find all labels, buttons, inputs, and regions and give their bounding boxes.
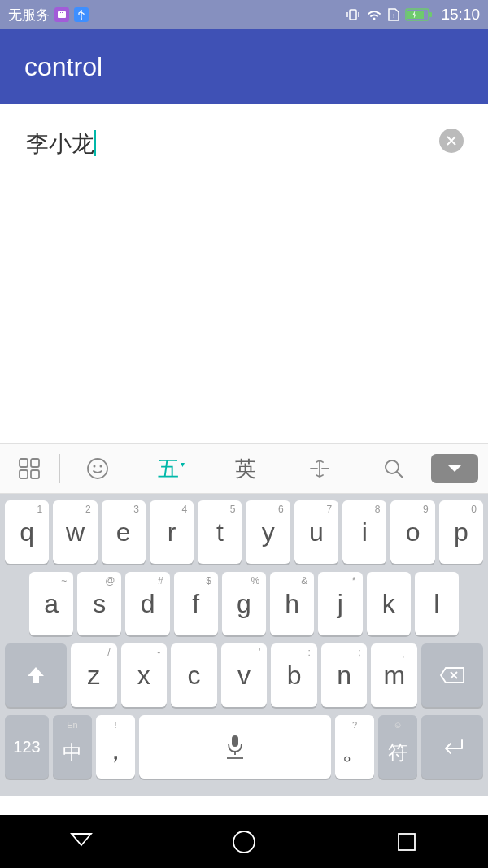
text-value: 李小龙: [26, 129, 94, 159]
battery-icon: [405, 8, 433, 21]
key-row-4: 123 En 中 ! ， ? 。 ☺ 符: [3, 715, 485, 779]
svg-point-4: [81, 18, 82, 20]
key-i[interactable]: 8i: [342, 500, 386, 564]
status-left: 无服务: [8, 6, 89, 24]
svg-point-19: [99, 465, 102, 468]
symbol-key[interactable]: ☺ 符: [378, 715, 417, 779]
svg-rect-5: [350, 10, 356, 20]
key-k[interactable]: k: [367, 572, 411, 635]
svg-point-24: [233, 831, 255, 853]
key-c[interactable]: c: [171, 643, 217, 707]
close-icon: [446, 135, 457, 146]
key-d[interactable]: #d: [125, 572, 169, 635]
keyboard-status-icon: [54, 7, 69, 22]
space-key[interactable]: [139, 715, 331, 779]
clear-button[interactable]: [439, 129, 464, 153]
enter-icon: [439, 737, 465, 757]
svg-rect-2: [60, 12, 61, 13]
key-e[interactable]: 3e: [102, 500, 146, 564]
status-right: ! 15:10: [345, 6, 480, 24]
carrier-text: 无服务: [8, 6, 50, 24]
key-p[interactable]: 0p: [439, 500, 483, 564]
key-s[interactable]: @s: [77, 572, 121, 635]
key-j[interactable]: *j: [318, 572, 362, 635]
key-z[interactable]: /z: [71, 643, 117, 707]
svg-line-21: [397, 472, 403, 478]
svg-rect-25: [399, 834, 415, 850]
key-q[interactable]: 1q: [5, 500, 49, 564]
text-input-area[interactable]: 李小龙: [0, 104, 488, 443]
key-a[interactable]: ~a: [29, 572, 73, 635]
comma-key[interactable]: ! ，: [96, 715, 135, 779]
app-header: control: [0, 29, 488, 104]
svg-point-17: [88, 459, 107, 478]
key-n[interactable]: ;n: [321, 643, 368, 707]
text-cursor: [94, 130, 96, 156]
key-g[interactable]: %g: [222, 572, 266, 635]
key-f[interactable]: $f: [174, 572, 218, 635]
key-w[interactable]: 2w: [53, 500, 97, 564]
key-l[interactable]: l: [415, 572, 459, 635]
svg-rect-3: [62, 12, 63, 13]
key-h[interactable]: &h: [270, 572, 314, 635]
enter-key[interactable]: [421, 715, 483, 779]
toolbar-emoji-icon[interactable]: [60, 444, 134, 493]
nav-recent-button[interactable]: [358, 827, 455, 857]
nav-back-icon: [67, 827, 96, 857]
key-t[interactable]: 5t: [198, 500, 242, 564]
toolbar-english[interactable]: 英: [208, 444, 282, 493]
toolbar-edit-icon[interactable]: [283, 444, 357, 493]
toolbar-collapse-button[interactable]: [431, 454, 478, 483]
svg-rect-15: [20, 470, 28, 478]
nav-home-icon: [229, 827, 259, 857]
backspace-icon: [439, 666, 465, 684]
svg-text:!: !: [393, 12, 394, 20]
toolbar-search-icon[interactable]: [357, 444, 431, 493]
time-text: 15:10: [441, 6, 480, 24]
key-row-1: 1q2w3e4r5t6y7u8i9o0p: [3, 500, 485, 564]
num-key[interactable]: 123: [5, 715, 49, 779]
language-key[interactable]: En 中: [53, 715, 92, 779]
svg-point-8: [373, 18, 376, 20]
shift-icon: [25, 665, 46, 686]
key-r[interactable]: 4r: [150, 500, 194, 564]
key-o[interactable]: 9o: [390, 500, 434, 564]
svg-point-18: [93, 465, 95, 468]
keyboard-toolbar: 五▾ 英: [0, 443, 488, 494]
sim-icon: !: [387, 7, 400, 22]
vibrate-icon: [345, 8, 361, 21]
mic-icon: [224, 734, 246, 760]
key-row-2: ~a@s#d$f%g&h*jkl: [3, 572, 485, 635]
key-m[interactable]: 、m: [371, 643, 417, 707]
key-row-3: /z-xc'v:b;n、m: [3, 643, 485, 707]
svg-rect-1: [59, 12, 59, 13]
key-y[interactable]: 6y: [246, 500, 290, 564]
keyboard: 1q2w3e4r5t6y7u8i9o0p ~a@s#d$f%g&h*jkl /z…: [0, 494, 488, 796]
key-b[interactable]: :b: [271, 643, 317, 707]
svg-rect-11: [429, 12, 432, 17]
nav-home-button[interactable]: [195, 827, 293, 857]
wifi-icon: [366, 8, 382, 21]
period-key[interactable]: ? 。: [335, 715, 374, 779]
toolbar-input-method[interactable]: 五▾: [134, 444, 208, 493]
chevron-down-icon: [447, 464, 463, 473]
nav-bar: [0, 815, 488, 868]
svg-rect-16: [31, 470, 39, 478]
dropdown-icon: ▾: [181, 460, 185, 469]
svg-rect-22: [232, 735, 238, 747]
nav-recent-icon: [392, 827, 421, 857]
status-bar: 无服务 ! 15:10: [0, 0, 488, 29]
key-v[interactable]: 'v: [221, 643, 268, 707]
usb-status-icon: [74, 7, 89, 22]
svg-rect-13: [20, 459, 28, 467]
app-title: control: [24, 52, 102, 82]
key-u[interactable]: 7u: [294, 500, 338, 564]
toolbar-apps-icon[interactable]: [0, 444, 59, 493]
backspace-key[interactable]: [421, 643, 483, 707]
svg-rect-14: [31, 459, 39, 467]
key-x[interactable]: -x: [121, 643, 168, 707]
shift-key[interactable]: [5, 643, 67, 707]
nav-back-button[interactable]: [33, 827, 130, 857]
